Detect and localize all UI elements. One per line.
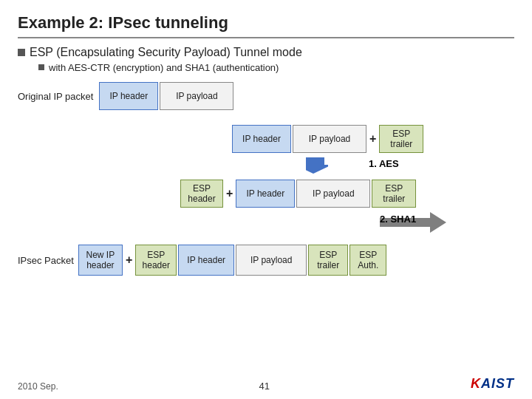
diagram: Original IP packet IP header IP payload …	[18, 82, 514, 373]
ip-header-box-4: IP header	[178, 245, 234, 276]
page-number: 41	[58, 381, 471, 392]
bullet-main-text: ESP (Encapsulating Security Payload) Tun…	[30, 46, 302, 59]
arrow-svg-1	[306, 157, 328, 174]
ipsec-label: IPsec Packet	[18, 255, 74, 266]
slide: Example 2: IPsec tunneling ESP (Encapsul…	[0, 0, 532, 399]
esp-header-box-1: ESPheader	[180, 180, 223, 208]
row1: Original IP packet IP header IP payload	[18, 82, 233, 110]
row2: IP header IP payload + ESPtrailer	[232, 125, 423, 153]
esp-auth-box: ESP Auth.	[349, 245, 386, 276]
esp-header-box-2: ESP header	[135, 245, 177, 276]
row1-label: Original IP packet	[18, 91, 93, 102]
aes-label: 1. AES	[369, 158, 399, 169]
esp-trailer-box-1: ESPtrailer	[379, 125, 423, 153]
esp-trailer-box-3: ESP trailer	[308, 245, 348, 276]
ip-payload-box-1: IP payload	[160, 82, 233, 110]
plus-2: +	[226, 187, 233, 200]
row4: IPsec Packet New IP header + ESP header …	[18, 245, 386, 276]
bullet-sub-icon	[38, 64, 44, 70]
kaist-logo-text: K	[471, 376, 481, 391]
plus-1: +	[369, 132, 376, 146]
new-ip-header-box: New IP header	[78, 245, 123, 276]
slide-title: Example 2: IPsec tunneling	[18, 13, 514, 38]
svg-marker-0	[306, 157, 328, 174]
ip-payload-box-3: IP payload	[296, 180, 370, 208]
plus-3: +	[126, 253, 132, 267]
row3: ESPheader + IP header IP payload ESPtrai…	[180, 180, 416, 208]
sha1-label: 2. SHA1	[380, 214, 416, 225]
bullet-main: ESP (Encapsulating Security Payload) Tun…	[18, 46, 514, 59]
kaist-logo: KAIST	[471, 376, 514, 392]
footer-date: 2010 Sep.	[18, 381, 58, 392]
bullet-icon	[18, 49, 25, 56]
ip-header-box-1: IP header	[99, 82, 158, 110]
arrow-down-1	[306, 157, 328, 176]
footer: 2010 Sep. 41 KAIST	[18, 376, 514, 392]
ip-payload-box-4: IP payload	[236, 245, 307, 276]
ip-header-box-2: IP header	[232, 125, 291, 153]
ip-header-box-3: IP header	[236, 180, 295, 208]
bullet-sub: with AES-CTR (encryption) and SHA1 (auth…	[38, 62, 514, 73]
esp-trailer-box-2: ESPtrailer	[372, 180, 416, 208]
ip-payload-box-2: IP payload	[293, 125, 366, 153]
bullet-sub-text: with AES-CTR (encryption) and SHA1 (auth…	[49, 62, 279, 73]
